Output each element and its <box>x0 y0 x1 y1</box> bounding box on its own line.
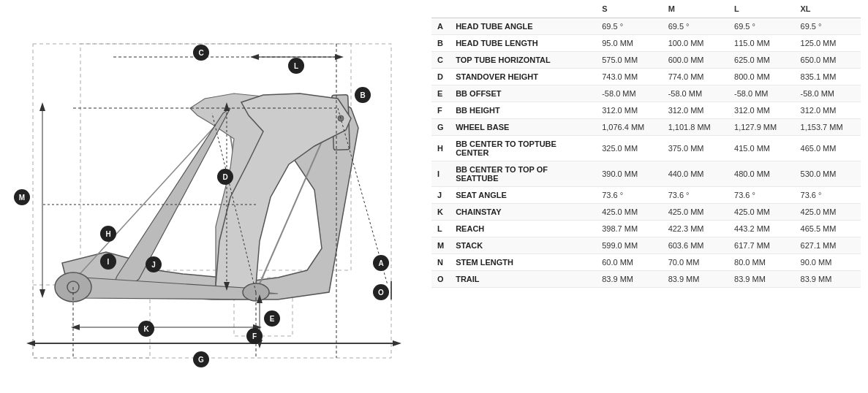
row-value: 312.0 MM <box>728 102 794 119</box>
svg-text:O: O <box>378 289 384 297</box>
row-value: 425.0 MM <box>596 204 662 221</box>
col-header-m: M <box>663 0 728 18</box>
row-value: 69.5 ° <box>795 18 861 35</box>
svg-text:M: M <box>19 194 25 202</box>
row-value: 83.9 MM <box>596 271 662 288</box>
row-label: WHEEL BASE <box>450 119 596 136</box>
row-value: -58.0 MM <box>728 85 794 102</box>
row-label: TRAIL <box>450 271 596 288</box>
row-id: E <box>431 85 450 102</box>
row-label: BB CENTER TO TOPTUBE CENTER <box>450 136 596 161</box>
row-value: 425.0 MM <box>663 204 728 221</box>
row-value: 73.6 ° <box>596 187 662 204</box>
svg-text:C: C <box>198 49 203 57</box>
row-value: 425.0 MM <box>795 204 861 221</box>
row-value: 599.0 MM <box>596 237 662 254</box>
row-value: 774.0 MM <box>663 69 728 85</box>
row-value: 390.0 MM <box>596 161 662 187</box>
row-value: 800.0 MM <box>728 69 794 85</box>
row-value: 465.0 MM <box>795 136 861 161</box>
svg-marker-13 <box>113 108 230 287</box>
row-value: 73.6 ° <box>663 187 728 204</box>
row-value: 1,127.9 MM <box>728 119 794 136</box>
svg-text:G: G <box>198 356 204 364</box>
row-value: 1,101.8 MM <box>663 119 728 136</box>
row-id: K <box>431 204 450 221</box>
row-value: 312.0 MM <box>596 102 662 119</box>
bike-diagram: A B C D E F G H I J <box>0 0 424 393</box>
row-value: 440.0 MM <box>663 161 728 187</box>
row-label: HEAD TUBE ANGLE <box>450 18 596 35</box>
row-id: I <box>431 161 450 187</box>
row-value: 398.7 MM <box>596 221 662 237</box>
svg-text:K: K <box>143 325 149 333</box>
row-value: -58.0 MM <box>663 85 728 102</box>
row-value: 1,153.7 MM <box>795 119 861 136</box>
row-id: G <box>431 119 450 136</box>
row-label: HEAD TUBE LENGTH <box>450 35 596 52</box>
row-value: 422.3 MM <box>663 221 728 237</box>
col-header-s: S <box>596 0 662 18</box>
col-header-name <box>450 0 596 18</box>
row-id: H <box>431 136 450 161</box>
row-label: STACK <box>450 237 596 254</box>
row-value: -58.0 MM <box>596 85 662 102</box>
row-label: BB CENTER TO TOP OF SEATTUBE <box>450 161 596 187</box>
table-row: DSTANDOVER HEIGHT743.0 MM774.0 MM800.0 M… <box>431 69 861 85</box>
row-label: BB OFFSET <box>450 85 596 102</box>
table-row: BHEAD TUBE LENGTH95.0 MM100.0 MM115.0 MM… <box>431 35 861 52</box>
row-value: 69.5 ° <box>596 18 662 35</box>
table-row: HBB CENTER TO TOPTUBE CENTER325.0 MM375.… <box>431 136 861 161</box>
svg-text:I: I <box>107 258 110 266</box>
measurements-table-panel: S M L XL AHEAD TUBE ANGLE69.5 °69.5 °69.… <box>424 0 868 393</box>
row-value: 617.7 MM <box>728 237 794 254</box>
row-label: CHAINSTAY <box>450 204 596 221</box>
table-row: AHEAD TUBE ANGLE69.5 °69.5 °69.5 °69.5 ° <box>431 18 861 35</box>
svg-text:J: J <box>151 261 156 269</box>
svg-text:F: F <box>252 332 257 340</box>
row-value: -58.0 MM <box>795 85 861 102</box>
row-value: 443.2 MM <box>728 221 794 237</box>
row-label: TOP TUBE HORIZONTAL <box>450 52 596 69</box>
table-row: CTOP TUBE HORIZONTAL575.0 MM600.0 MM625.… <box>431 52 861 69</box>
table-row: EBB OFFSET-58.0 MM-58.0 MM-58.0 MM-58.0 … <box>431 85 861 102</box>
row-value: 312.0 MM <box>795 102 861 119</box>
row-value: 95.0 MM <box>596 35 662 52</box>
row-id: O <box>431 271 450 288</box>
row-value: 575.0 MM <box>596 52 662 69</box>
table-row: KCHAINSTAY425.0 MM425.0 MM425.0 MM425.0 … <box>431 204 861 221</box>
row-value: 60.0 MM <box>596 254 662 271</box>
svg-text:E: E <box>270 315 275 323</box>
table-header-row: S M L XL <box>431 0 861 18</box>
svg-text:D: D <box>222 173 227 181</box>
row-id: D <box>431 69 450 85</box>
row-value: 480.0 MM <box>728 161 794 187</box>
svg-text:A: A <box>378 259 383 267</box>
svg-text:L: L <box>294 62 298 70</box>
row-value: 603.6 MM <box>663 237 728 254</box>
table-row: IBB CENTER TO TOP OF SEATTUBE390.0 MM440… <box>431 161 861 187</box>
row-id: N <box>431 254 450 271</box>
svg-marker-35 <box>39 102 45 111</box>
table-row: GWHEEL BASE1,076.4 MM1,101.8 MM1,127.9 M… <box>431 119 861 136</box>
row-value: 83.9 MM <box>728 271 794 288</box>
row-value: 115.0 MM <box>728 35 794 52</box>
row-id: C <box>431 52 450 69</box>
svg-text:B: B <box>360 91 365 99</box>
row-value: 83.9 MM <box>795 271 861 288</box>
col-header-id <box>431 0 450 18</box>
row-value: 743.0 MM <box>596 69 662 85</box>
svg-marker-36 <box>39 289 45 298</box>
col-header-xl: XL <box>795 0 861 18</box>
row-value: 80.0 MM <box>728 254 794 271</box>
row-value: 69.5 ° <box>728 18 794 35</box>
row-value: 70.0 MM <box>663 254 728 271</box>
row-value: 90.0 MM <box>795 254 861 271</box>
table-row: FBB HEIGHT312.0 MM312.0 MM312.0 MM312.0 … <box>431 102 861 119</box>
row-value: 600.0 MM <box>663 52 728 69</box>
row-value: 625.0 MM <box>728 52 794 69</box>
row-value: 69.5 ° <box>663 18 728 35</box>
row-value: 465.5 MM <box>795 221 861 237</box>
svg-marker-45 <box>71 324 80 330</box>
row-label: BB HEIGHT <box>450 102 596 119</box>
